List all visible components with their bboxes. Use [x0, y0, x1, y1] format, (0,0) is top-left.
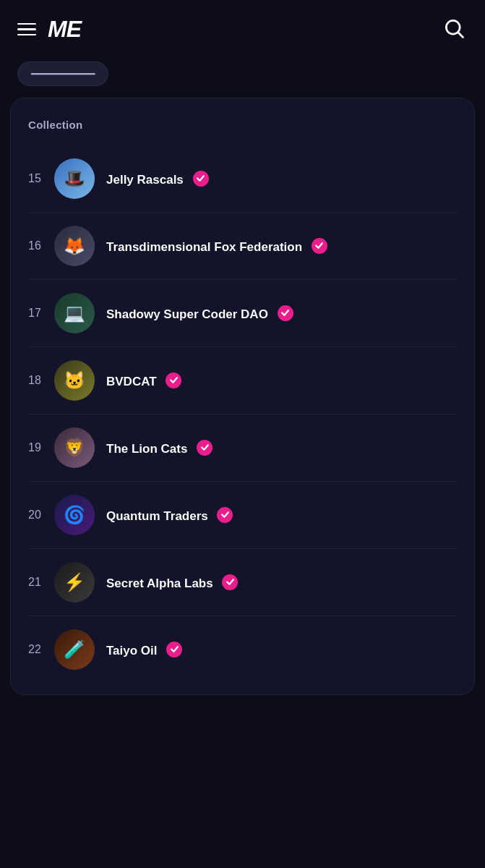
avatar-emoji: 🐱 — [64, 372, 85, 389]
collection-row[interactable]: 18 🐱 BVDCAT — [28, 347, 457, 414]
collection-name: Quantum Traders — [106, 507, 457, 524]
avatar-emoji: 🌀 — [64, 506, 85, 524]
collection-name: Shadowy Super Coder DAO — [106, 305, 457, 322]
collection-name: Secret Alpha Labs — [106, 574, 457, 591]
rank-number: 22 — [28, 643, 54, 656]
collection-avatar: 🧪 — [54, 629, 95, 670]
collection-row[interactable]: 21 ⚡ Secret Alpha Labs — [28, 549, 457, 616]
collection-name: BVDCAT — [106, 373, 457, 389]
avatar-emoji: 🦁 — [64, 439, 85, 456]
rank-number: 15 — [28, 172, 54, 185]
search-icon[interactable] — [443, 17, 465, 42]
collection-list: 15 🎩 Jelly Rascals 16 🦊 Transdimensional… — [28, 145, 457, 683]
collection-avatar: 💻 — [54, 293, 95, 333]
collection-avatar: 🦁 — [54, 427, 95, 468]
rank-number: 17 — [28, 307, 54, 320]
collection-row[interactable]: 17 💻 Shadowy Super Coder DAO — [28, 280, 457, 347]
rank-number: 20 — [28, 509, 54, 522]
logo: ME — [48, 16, 81, 43]
collection-row[interactable]: 16 🦊 Transdimensional Fox Federation — [28, 213, 457, 280]
verified-badge — [217, 507, 233, 523]
rank-number: 21 — [28, 576, 54, 589]
verified-badge — [278, 305, 293, 321]
collection-name: Transdimensional Fox Federation — [106, 238, 457, 255]
collection-row[interactable]: 15 🎩 Jelly Rascals — [28, 145, 457, 213]
verified-badge — [312, 238, 327, 254]
collection-avatar: 🐱 — [54, 360, 95, 401]
filter-pill[interactable]: ━━━━━━━━━━━ — [17, 61, 108, 86]
collection-row[interactable]: 20 🌀 Quantum Traders — [28, 482, 457, 549]
verified-badge — [222, 574, 238, 590]
avatar-emoji: 🎩 — [64, 170, 85, 187]
collection-row[interactable]: 22 🧪 Taiyo Oil — [28, 616, 457, 683]
filter-area: ━━━━━━━━━━━ — [0, 56, 485, 98]
filter-pill-label: ━━━━━━━━━━━ — [31, 68, 95, 80]
collection-header: Collection — [28, 119, 457, 131]
collection-name: Taiyo Oil — [106, 642, 457, 658]
collection-row[interactable]: 19 🦁 The Lion Cats — [28, 414, 457, 482]
rank-number: 16 — [28, 239, 54, 252]
verified-badge — [166, 642, 182, 658]
verified-badge — [193, 171, 209, 187]
avatar-emoji: 🧪 — [64, 641, 85, 658]
rank-number: 19 — [28, 441, 54, 454]
verified-badge — [197, 440, 213, 456]
header: ME — [0, 0, 485, 56]
collection-avatar: 🌀 — [54, 495, 95, 535]
collection-avatar: ⚡ — [54, 562, 95, 603]
avatar-emoji: 💻 — [64, 305, 85, 322]
rank-number: 18 — [28, 374, 54, 387]
collection-name: Jelly Rascals — [106, 171, 457, 187]
header-left: ME — [17, 16, 81, 43]
svg-line-1 — [458, 33, 463, 37]
collection-avatar: 🦊 — [54, 226, 95, 266]
avatar-emoji: 🦊 — [64, 237, 85, 255]
verified-badge — [166, 373, 181, 388]
collection-card: Collection 15 🎩 Jelly Rascals 16 🦊 Trans… — [10, 98, 475, 695]
hamburger-menu-icon[interactable] — [17, 23, 36, 36]
collection-avatar: 🎩 — [54, 158, 95, 199]
collection-name: The Lion Cats — [106, 440, 457, 456]
avatar-emoji: ⚡ — [64, 574, 85, 591]
